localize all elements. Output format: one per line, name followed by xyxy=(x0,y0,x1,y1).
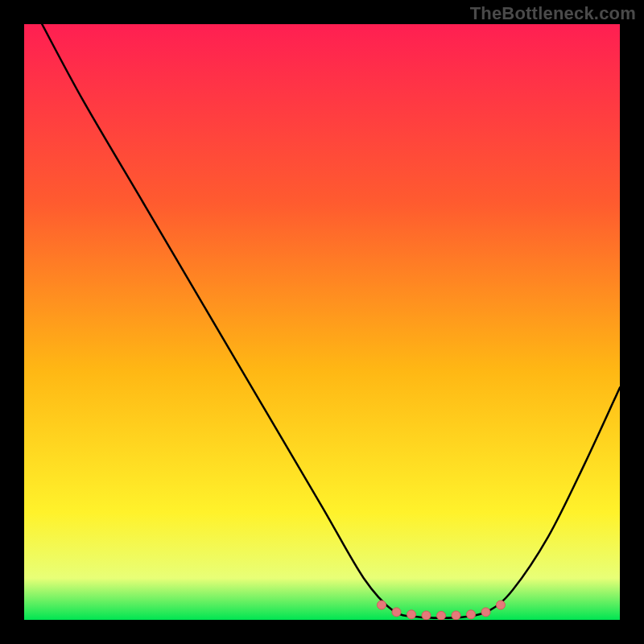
curve-layer xyxy=(24,24,620,620)
bottleneck-curve xyxy=(42,24,620,618)
curve-marker xyxy=(497,601,506,609)
chart-stage: TheBottleneck.com xyxy=(0,0,644,644)
curve-marker xyxy=(407,610,416,619)
curve-marker xyxy=(422,611,431,620)
curve-marker xyxy=(452,611,460,620)
curve-marker xyxy=(481,608,490,617)
curve-marker xyxy=(437,611,446,620)
curve-marker xyxy=(467,610,476,619)
plot-area xyxy=(24,24,620,620)
curve-markers xyxy=(378,601,506,620)
curve-marker xyxy=(392,608,401,617)
curve-marker xyxy=(378,601,386,609)
attribution-text: TheBottleneck.com xyxy=(470,3,636,24)
